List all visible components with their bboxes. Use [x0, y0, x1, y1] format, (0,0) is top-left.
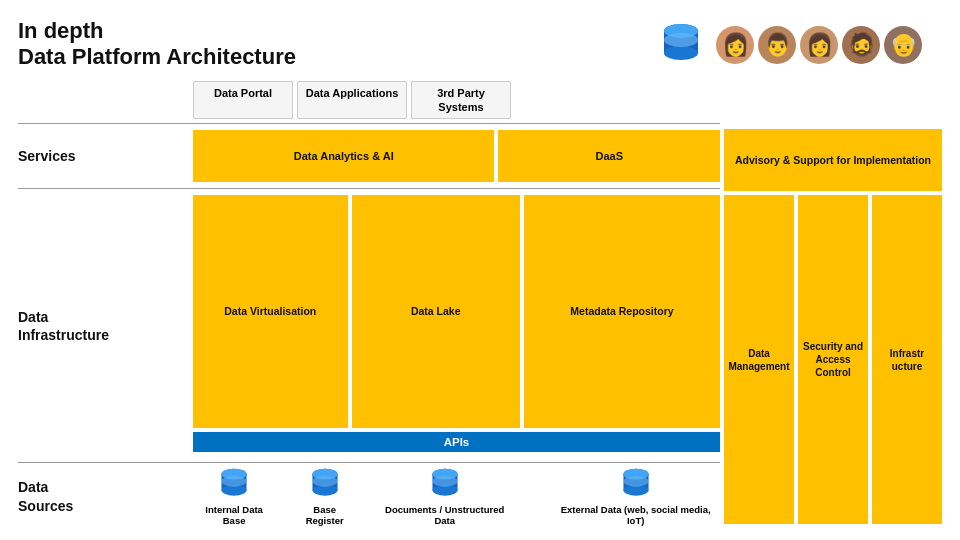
sources-label: DataSources [18, 463, 193, 530]
sources-row: DataSources Internal Data Base [18, 462, 720, 530]
apis-bar: APIs [193, 432, 720, 452]
infra-top-cells: Data Virtualisation Data Lake Metadata R… [193, 195, 720, 428]
avatar-2: 👨 [758, 26, 796, 64]
cell-analytics-ai: Data Analytics & AI [193, 130, 494, 182]
source-external: External Data (web, social media, IoT) [551, 467, 720, 526]
avatar-1: 👩 [716, 26, 754, 64]
infra-row: DataInfrastructure Data Virtualisation D… [18, 188, 720, 462]
svg-point-2 [664, 46, 698, 60]
box-infrastructure-col: Infrastr ucture [872, 195, 942, 524]
page-title: In depth Data Platform Architecture [18, 18, 296, 71]
svg-point-4 [664, 33, 698, 47]
box-security-access: Security and Access Control [798, 195, 868, 524]
sources-cells: Internal Data Base Base Register [193, 463, 720, 530]
infra-label: DataInfrastructure [18, 189, 193, 462]
source-internal: Internal Data Base [193, 467, 275, 526]
column-headers: Data Portal Data Applications 3rd Party … [193, 81, 942, 120]
services-row: Services Data Analytics & AI DaaS [18, 123, 720, 188]
header: In depth Data Platform Architecture 👩 👨 … [18, 18, 942, 71]
cell-datalake: Data Lake [352, 195, 520, 428]
db-icon-header [662, 22, 700, 70]
svg-point-9 [222, 476, 247, 487]
db-icon-internal [217, 467, 251, 501]
db-icon-external [619, 467, 653, 501]
svg-point-24 [623, 476, 648, 487]
services-label: Services [18, 124, 193, 188]
source-documents: Documents / Unstructured Data [374, 467, 515, 526]
avatar-5: 👴 [884, 26, 922, 64]
avatar-group: 👩 👨 👩 🧔 👴 [716, 26, 922, 64]
title-block: In depth Data Platform Architecture [18, 18, 296, 71]
svg-point-19 [432, 476, 457, 487]
cell-daas: DaaS [498, 130, 720, 182]
infra-right-boxes: Data Management Security and Access Cont… [724, 195, 942, 524]
cell-virtualisation: Data Virtualisation [193, 195, 348, 428]
source-base-register: Base Register [293, 467, 356, 526]
body-right: Advisory & Support for Implementation Da… [720, 123, 942, 530]
col-header-3rd-party: 3rd Party Systems [411, 81, 511, 120]
body-left: Services Data Analytics & AI DaaS DataIn… [18, 123, 720, 530]
body-wrapper: Services Data Analytics & AI DaaS DataIn… [18, 123, 942, 530]
col-header-data-portal: Data Portal [193, 81, 293, 120]
avatar-4: 🧔 [842, 26, 880, 64]
svg-point-14 [312, 476, 337, 487]
db-icon-documents [428, 467, 462, 501]
infra-cells: Data Virtualisation Data Lake Metadata R… [193, 189, 720, 462]
db-icon-base-register [308, 467, 342, 501]
avatar-3: 👩 [800, 26, 838, 64]
services-cells: Data Analytics & AI DaaS [193, 124, 720, 188]
page: In depth Data Platform Architecture 👩 👨 … [0, 0, 960, 540]
box-data-management: Data Management [724, 195, 794, 524]
col-header-data-applications: Data Applications [297, 81, 407, 120]
cell-metadata: Metadata Repository [524, 195, 720, 428]
box-advisory: Advisory & Support for Implementation [724, 129, 942, 191]
